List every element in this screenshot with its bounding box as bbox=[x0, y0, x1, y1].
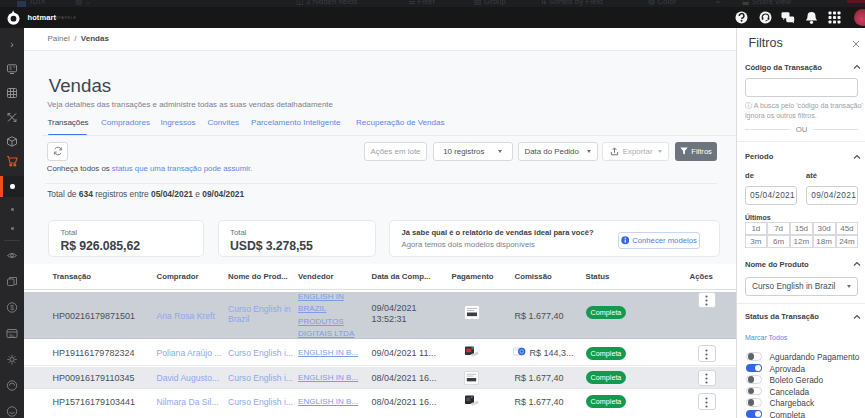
svg-text:Ba: Ba bbox=[10, 333, 16, 338]
svg-text:$: $ bbox=[10, 304, 14, 311]
